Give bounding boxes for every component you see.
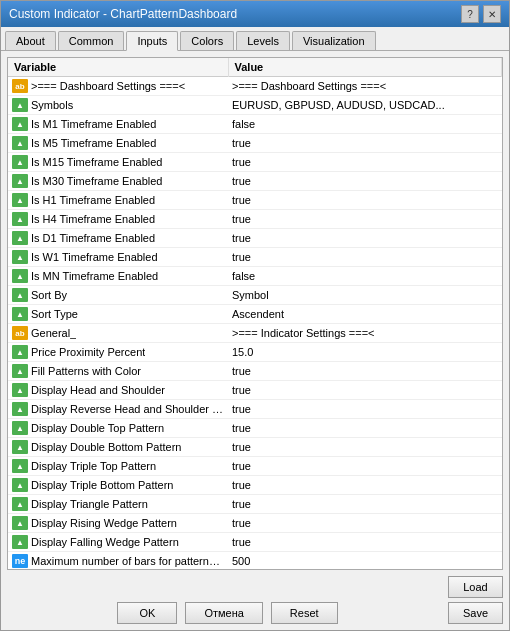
load-button[interactable]: Load <box>448 576 503 598</box>
table-row[interactable]: ▲Is MN Timeframe Enabledfalse <box>8 267 502 286</box>
close-button[interactable]: ✕ <box>483 5 501 23</box>
row-variable-name: Is M1 Timeframe Enabled <box>31 118 156 130</box>
bottom-right-buttons: Load Save <box>448 576 503 624</box>
tab-inputs[interactable]: Inputs <box>126 31 178 51</box>
row-icon: ▲ <box>12 288 28 302</box>
row-variable-name: Display Falling Wedge Pattern <box>31 536 179 548</box>
row-value: true <box>228 476 502 495</box>
table-row[interactable]: ▲Is H4 Timeframe Enabledtrue <box>8 210 502 229</box>
row-icon: ab <box>12 326 28 340</box>
reset-button[interactable]: Reset <box>271 602 338 624</box>
table-row[interactable]: ▲Price Proximity Percent15.0 <box>8 343 502 362</box>
row-icon: ▲ <box>12 364 28 378</box>
tab-colors[interactable]: Colors <box>180 31 234 50</box>
row-value: false <box>228 267 502 286</box>
table-row[interactable]: ▲Fill Patterns with Colortrue <box>8 362 502 381</box>
table-row[interactable]: ▲Display Head and Shouldertrue <box>8 381 502 400</box>
tab-visualization[interactable]: Visualization <box>292 31 376 50</box>
row-variable-name: Symbols <box>31 99 73 111</box>
row-variable-name: Is D1 Timeframe Enabled <box>31 232 155 244</box>
table-row[interactable]: ▲Is H1 Timeframe Enabledtrue <box>8 191 502 210</box>
row-variable-name: Is M30 Timeframe Enabled <box>31 175 162 187</box>
ok-button[interactable]: OK <box>117 602 177 624</box>
row-variable-name: Display Rising Wedge Pattern <box>31 517 177 529</box>
table-row[interactable]: ab>=== Dashboard Settings ===<>=== Dashb… <box>8 77 502 96</box>
row-variable-name: Is M5 Timeframe Enabled <box>31 137 156 149</box>
table-row[interactable]: ▲Display Rising Wedge Patterntrue <box>8 514 502 533</box>
row-icon: ▲ <box>12 269 28 283</box>
row-value: >=== Indicator Settings ===< <box>228 324 502 343</box>
row-value: true <box>228 191 502 210</box>
row-value: true <box>228 210 502 229</box>
row-value: 500 <box>228 552 502 571</box>
row-value: true <box>228 229 502 248</box>
title-controls: ? ✕ <box>461 5 501 23</box>
table-row[interactable]: ▲Display Reverse Head and Shoulder P...t… <box>8 400 502 419</box>
row-icon: ▲ <box>12 98 28 112</box>
table-row[interactable]: ▲Display Double Bottom Patterntrue <box>8 438 502 457</box>
table-row[interactable]: neMaximum number of bars for patterns s.… <box>8 552 502 571</box>
row-variable-name: Is H4 Timeframe Enabled <box>31 213 155 225</box>
row-variable-name: Is H1 Timeframe Enabled <box>31 194 155 206</box>
row-value: true <box>228 495 502 514</box>
row-value: EURUSD, GBPUSD, AUDUSD, USDCAD... <box>228 96 502 115</box>
data-table-container[interactable]: Variable Value ab>=== Dashboard Settings… <box>7 57 503 570</box>
row-variable-name: Display Reverse Head and Shoulder P... <box>31 403 224 415</box>
table-row[interactable]: ▲Display Falling Wedge Patterntrue <box>8 533 502 552</box>
row-variable-name: Sort By <box>31 289 67 301</box>
row-icon: ▲ <box>12 231 28 245</box>
row-icon: ▲ <box>12 478 28 492</box>
row-value: true <box>228 457 502 476</box>
row-value: true <box>228 533 502 552</box>
help-button[interactable]: ? <box>461 5 479 23</box>
tab-bar: About Common Inputs Colors Levels Visual… <box>1 27 509 51</box>
row-icon: ▲ <box>12 174 28 188</box>
table-row[interactable]: ▲SymbolsEURUSD, GBPUSD, AUDUSD, USDCAD..… <box>8 96 502 115</box>
row-value: true <box>228 419 502 438</box>
row-value: true <box>228 514 502 533</box>
table-row[interactable]: ▲Display Triple Top Patterntrue <box>8 457 502 476</box>
row-icon: ▲ <box>12 193 28 207</box>
row-variable-name: Fill Patterns with Color <box>31 365 141 377</box>
bottom-area: OK Отмена Reset Load Save <box>7 570 503 624</box>
row-icon: ▲ <box>12 497 28 511</box>
table-row[interactable]: ▲Is M15 Timeframe Enabledtrue <box>8 153 502 172</box>
row-variable-name: >=== Dashboard Settings ===< <box>31 80 185 92</box>
row-variable-name: Sort Type <box>31 308 78 320</box>
row-icon: ne <box>12 554 28 568</box>
table-row[interactable]: ▲Sort TypeAscendent <box>8 305 502 324</box>
tab-levels[interactable]: Levels <box>236 31 290 50</box>
table-row[interactable]: ▲Is D1 Timeframe Enabledtrue <box>8 229 502 248</box>
row-value: true <box>228 134 502 153</box>
row-icon: ▲ <box>12 383 28 397</box>
table-row[interactable]: ▲Is M5 Timeframe Enabledtrue <box>8 134 502 153</box>
row-variable-name: Display Head and Shoulder <box>31 384 165 396</box>
row-variable-name: Display Double Top Pattern <box>31 422 164 434</box>
save-button[interactable]: Save <box>448 602 503 624</box>
tab-about[interactable]: About <box>5 31 56 50</box>
table-row[interactable]: abGeneral_>=== Indicator Settings ===< <box>8 324 502 343</box>
row-value: true <box>228 153 502 172</box>
row-icon: ▲ <box>12 535 28 549</box>
tab-common[interactable]: Common <box>58 31 125 50</box>
row-variable-name: General_ <box>31 327 76 339</box>
table-row[interactable]: ▲Display Double Top Patterntrue <box>8 419 502 438</box>
row-variable-name: Display Triple Top Pattern <box>31 460 156 472</box>
table-row[interactable]: ▲Is W1 Timeframe Enabledtrue <box>8 248 502 267</box>
row-icon: ▲ <box>12 421 28 435</box>
table-row[interactable]: ▲Sort BySymbol <box>8 286 502 305</box>
row-variable-name: Maximum number of bars for patterns s... <box>31 555 224 567</box>
row-value: Symbol <box>228 286 502 305</box>
row-value: true <box>228 172 502 191</box>
row-value: true <box>228 248 502 267</box>
row-icon: ▲ <box>12 250 28 264</box>
table-row[interactable]: ▲Is M1 Timeframe Enabledfalse <box>8 115 502 134</box>
col-header-variable: Variable <box>8 58 228 77</box>
table-row[interactable]: ▲Is M30 Timeframe Enabledtrue <box>8 172 502 191</box>
row-value: true <box>228 400 502 419</box>
row-icon: ▲ <box>12 117 28 131</box>
cancel-button[interactable]: Отмена <box>185 602 262 624</box>
table-row[interactable]: ▲Display Triangle Patterntrue <box>8 495 502 514</box>
row-icon: ▲ <box>12 212 28 226</box>
table-row[interactable]: ▲Display Triple Bottom Patterntrue <box>8 476 502 495</box>
